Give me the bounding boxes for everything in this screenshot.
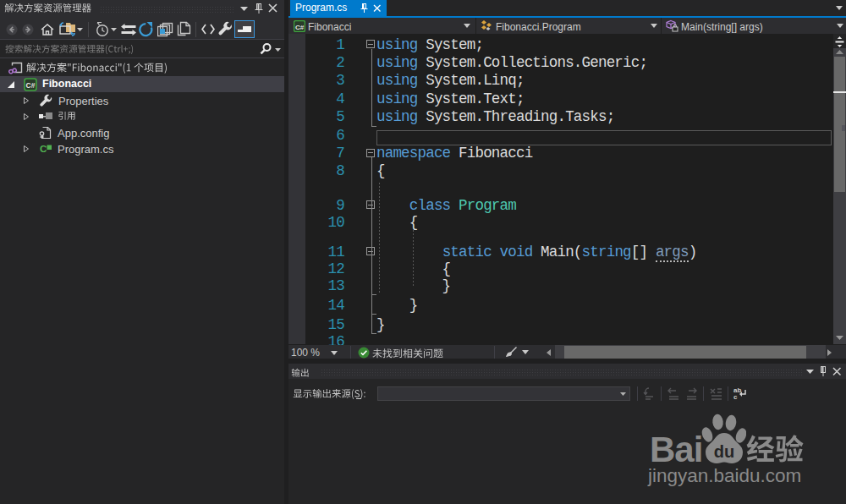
svg-text:C: C bbox=[40, 144, 47, 154]
svg-text:C#: C# bbox=[295, 24, 305, 31]
svg-text:c: c bbox=[733, 393, 738, 400]
svg-text:du: du bbox=[714, 442, 734, 461]
svg-text:C#: C# bbox=[26, 81, 36, 90]
